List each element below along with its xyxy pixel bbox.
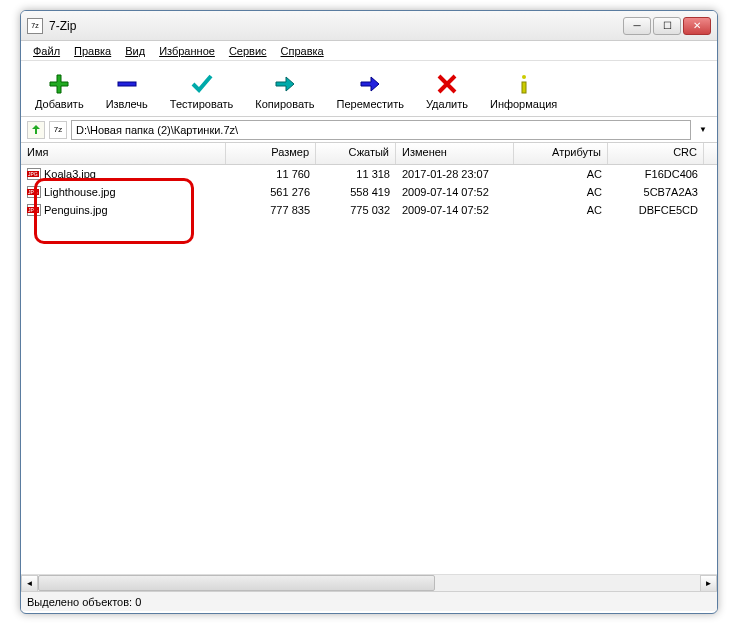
move-arrow-icon bbox=[358, 72, 382, 96]
file-listview: Имя Размер Сжатый Изменен Атрибуты CRC K… bbox=[21, 143, 717, 591]
file-attr: AC bbox=[514, 186, 608, 198]
file-crc: DBFCE5CD bbox=[608, 204, 704, 216]
svg-point-1 bbox=[522, 75, 526, 79]
menu-view[interactable]: Вид bbox=[119, 43, 151, 59]
scroll-left-button[interactable]: ◄ bbox=[21, 575, 38, 591]
file-packed: 558 419 bbox=[316, 186, 396, 198]
info-button[interactable]: Информация bbox=[486, 70, 561, 112]
maximize-button[interactable]: ☐ bbox=[653, 17, 681, 35]
info-icon bbox=[512, 72, 536, 96]
file-row[interactable]: Lighthouse.jpg 561 276 558 419 2009-07-1… bbox=[21, 183, 717, 201]
file-crc: F16DC406 bbox=[608, 168, 704, 180]
col-packed[interactable]: Сжатый bbox=[316, 143, 396, 164]
menu-help[interactable]: Справка bbox=[275, 43, 330, 59]
file-modified: 2009-07-14 07:52 bbox=[396, 204, 514, 216]
file-name: Koala3.jpg bbox=[44, 168, 96, 180]
jpg-file-icon bbox=[27, 186, 41, 198]
col-name[interactable]: Имя bbox=[21, 143, 226, 164]
extract-button[interactable]: Извлечь bbox=[102, 70, 152, 112]
plus-icon bbox=[47, 72, 71, 96]
file-rows: Koala3.jpg 11 760 11 318 2017-01-28 23:0… bbox=[21, 165, 717, 219]
menu-edit[interactable]: Правка bbox=[68, 43, 117, 59]
file-packed: 11 318 bbox=[316, 168, 396, 180]
window-title: 7-Zip bbox=[49, 19, 623, 33]
delete-x-icon bbox=[435, 72, 459, 96]
copy-arrow-icon bbox=[273, 72, 297, 96]
app-icon: 7z bbox=[27, 18, 43, 34]
menubar: Файл Правка Вид Избранное Сервис Справка bbox=[21, 41, 717, 61]
file-name: Lighthouse.jpg bbox=[44, 186, 116, 198]
move-button[interactable]: Переместить bbox=[333, 70, 408, 112]
menu-tools[interactable]: Сервис bbox=[223, 43, 273, 59]
file-name: Penguins.jpg bbox=[44, 204, 108, 216]
svg-rect-2 bbox=[522, 82, 526, 93]
file-modified: 2009-07-14 07:52 bbox=[396, 186, 514, 198]
col-attributes[interactable]: Атрибуты bbox=[514, 143, 608, 164]
close-button[interactable]: ✕ bbox=[683, 17, 711, 35]
file-attr: AC bbox=[514, 204, 608, 216]
scroll-right-button[interactable]: ► bbox=[700, 575, 717, 591]
file-attr: AC bbox=[514, 168, 608, 180]
check-icon bbox=[190, 72, 214, 96]
minus-icon bbox=[115, 72, 139, 96]
copy-button[interactable]: Копировать bbox=[251, 70, 318, 112]
menu-favorites[interactable]: Избранное bbox=[153, 43, 221, 59]
statusbar: Выделено объектов: 0 bbox=[21, 591, 717, 611]
scroll-track[interactable] bbox=[38, 575, 700, 591]
archive-icon: 7z bbox=[49, 121, 67, 139]
file-row[interactable]: Penguins.jpg 777 835 775 032 2009-07-14 … bbox=[21, 201, 717, 219]
pathbar: 7z ▼ bbox=[21, 117, 717, 143]
test-button[interactable]: Тестировать bbox=[166, 70, 238, 112]
col-modified[interactable]: Изменен bbox=[396, 143, 514, 164]
column-headers: Имя Размер Сжатый Изменен Атрибуты CRC bbox=[21, 143, 717, 165]
jpg-file-icon bbox=[27, 168, 41, 180]
app-window: 7z 7-Zip ─ ☐ ✕ Файл Правка Вид Избранное… bbox=[20, 10, 718, 614]
file-size: 11 760 bbox=[226, 168, 316, 180]
path-dropdown-button[interactable]: ▼ bbox=[695, 125, 711, 134]
delete-button[interactable]: Удалить bbox=[422, 70, 472, 112]
file-size: 561 276 bbox=[226, 186, 316, 198]
folder-up-icon bbox=[29, 123, 43, 137]
svg-rect-0 bbox=[118, 82, 136, 86]
toolbar: Добавить Извлечь Тестировать Копировать … bbox=[21, 61, 717, 117]
add-button[interactable]: Добавить bbox=[31, 70, 88, 112]
file-row[interactable]: Koala3.jpg 11 760 11 318 2017-01-28 23:0… bbox=[21, 165, 717, 183]
scroll-thumb[interactable] bbox=[38, 575, 435, 591]
col-crc[interactable]: CRC bbox=[608, 143, 704, 164]
titlebar[interactable]: 7z 7-Zip ─ ☐ ✕ bbox=[21, 11, 717, 41]
file-size: 777 835 bbox=[226, 204, 316, 216]
file-packed: 775 032 bbox=[316, 204, 396, 216]
path-input[interactable] bbox=[71, 120, 691, 140]
file-crc: 5CB7A2A3 bbox=[608, 186, 704, 198]
minimize-button[interactable]: ─ bbox=[623, 17, 651, 35]
up-folder-button[interactable] bbox=[27, 121, 45, 139]
status-text: Выделено объектов: 0 bbox=[27, 596, 141, 608]
jpg-file-icon bbox=[27, 204, 41, 216]
file-modified: 2017-01-28 23:07 bbox=[396, 168, 514, 180]
horizontal-scrollbar[interactable]: ◄ ► bbox=[21, 574, 717, 591]
col-size[interactable]: Размер bbox=[226, 143, 316, 164]
menu-file[interactable]: Файл bbox=[27, 43, 66, 59]
